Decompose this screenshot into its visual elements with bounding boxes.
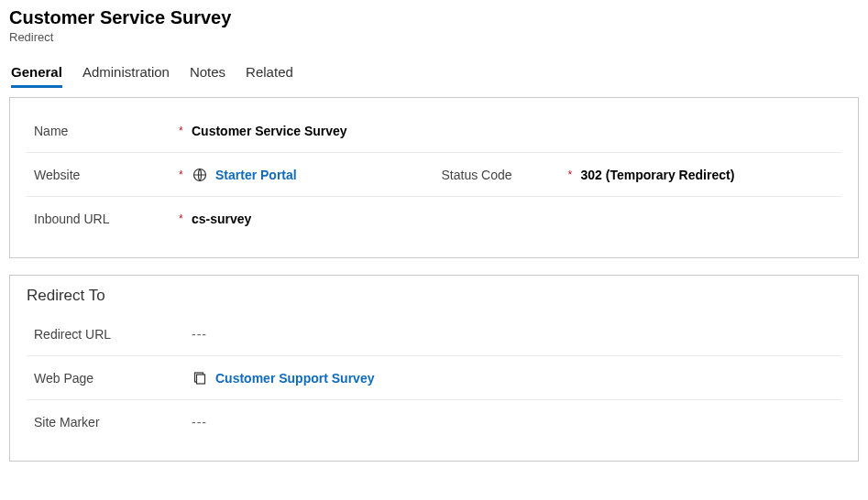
- page-title: Customer Service Survey: [9, 7, 859, 28]
- value-name-text: Customer Service Survey: [192, 124, 347, 138]
- label-web-page: Web Page: [27, 371, 192, 386]
- label-status-code-text: Status Code: [442, 168, 512, 182]
- value-redirect-url[interactable]: ---: [192, 327, 207, 342]
- value-status-code-text: 302 (Temporary Redirect): [581, 168, 735, 182]
- tab-notes[interactable]: Notes: [190, 60, 225, 88]
- label-redirect-url: Redirect URL: [27, 327, 192, 342]
- required-marker: *: [179, 212, 192, 225]
- section-title-redirect-to: Redirect To: [27, 287, 841, 305]
- row-redirect-url: Redirect URL ---: [27, 312, 841, 356]
- redirect-to-panel: Redirect To Redirect URL --- Web Page Cu…: [9, 275, 859, 462]
- label-site-marker: Site Marker: [27, 415, 192, 429]
- label-website-text: Website: [34, 168, 80, 182]
- label-name-text: Name: [34, 124, 68, 138]
- label-redirect-url-text: Redirect URL: [34, 327, 111, 342]
- page-header: Customer Service Survey Redirect: [9, 7, 859, 44]
- value-web-page[interactable]: Customer Support Survey: [192, 370, 374, 386]
- general-panel: Name * Customer Service Survey Website *: [9, 97, 859, 258]
- label-inbound-url-text: Inbound URL: [34, 212, 110, 226]
- value-name[interactable]: Customer Service Survey: [192, 124, 347, 138]
- label-status-code: Status Code *: [434, 168, 581, 182]
- row-website-status: Website * Starter Portal Status Code *: [27, 153, 841, 197]
- tab-bar: General Administration Notes Related: [9, 60, 859, 88]
- row-inbound-url: Inbound URL * cs-survey: [27, 197, 841, 241]
- tab-related[interactable]: Related: [246, 60, 293, 88]
- value-site-marker-text: ---: [192, 415, 207, 429]
- value-status-code[interactable]: 302 (Temporary Redirect): [581, 168, 735, 182]
- value-redirect-url-text: ---: [192, 327, 207, 342]
- required-marker: *: [568, 168, 581, 181]
- page-icon: [192, 370, 208, 386]
- web-page-link[interactable]: Customer Support Survey: [215, 371, 374, 386]
- globe-icon: [192, 167, 208, 183]
- label-web-page-text: Web Page: [34, 371, 93, 386]
- website-link[interactable]: Starter Portal: [215, 168, 297, 182]
- tab-general[interactable]: General: [11, 60, 62, 88]
- label-inbound-url: Inbound URL *: [27, 212, 192, 226]
- value-site-marker[interactable]: ---: [192, 415, 207, 429]
- tab-administration[interactable]: Administration: [82, 60, 170, 88]
- value-inbound-url-text: cs-survey: [192, 212, 251, 226]
- svg-rect-2: [197, 375, 205, 384]
- value-inbound-url[interactable]: cs-survey: [192, 212, 251, 226]
- required-marker: *: [179, 168, 192, 181]
- row-web-page: Web Page Customer Support Survey: [27, 356, 841, 400]
- label-name: Name *: [27, 124, 192, 138]
- label-website: Website *: [27, 168, 192, 182]
- row-site-marker: Site Marker ---: [27, 400, 841, 444]
- entity-type-label: Redirect: [9, 30, 859, 44]
- label-site-marker-text: Site Marker: [34, 415, 100, 429]
- required-marker: *: [179, 125, 192, 137]
- row-name: Name * Customer Service Survey: [27, 109, 841, 153]
- value-website[interactable]: Starter Portal: [192, 167, 297, 183]
